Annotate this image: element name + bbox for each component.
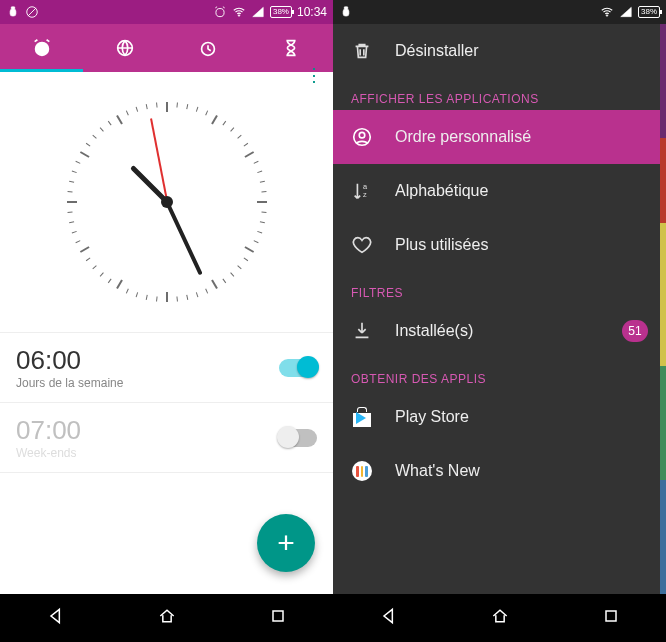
svg-rect-11 [343, 9, 349, 16]
svg-line-3 [28, 8, 36, 16]
svg-rect-9 [273, 611, 283, 621]
debug-icon [6, 5, 20, 19]
signal-icon [619, 5, 633, 19]
alarm-set-icon [213, 5, 227, 19]
battery-icon: 38% [270, 6, 292, 18]
svg-rect-17 [606, 611, 616, 621]
menu-label: Ordre personnalisé [395, 128, 531, 146]
battery-icon: 38% [638, 6, 660, 18]
menu-label: Désinstaller [395, 42, 479, 60]
alarm-toggle[interactable] [279, 359, 317, 377]
wifi-icon [232, 5, 246, 19]
status-time: 10:34 [297, 5, 327, 19]
menu-play-store[interactable]: Play Store [333, 390, 666, 444]
svg-point-12 [606, 15, 608, 17]
alarm-row[interactable]: 06:00 Jours de la semaine [0, 332, 333, 402]
status-bar: 38% [333, 0, 666, 24]
svg-rect-10 [344, 7, 348, 9]
menu-installed[interactable]: Installée(s) 51 [333, 304, 666, 358]
status-bar: 38% 10:34 [0, 0, 333, 24]
app-drawer-menu-screen: 38% Désinstaller AFFICHER LES APPLICATIO… [333, 0, 666, 642]
tab-worldclock[interactable] [83, 24, 166, 72]
download-icon [351, 320, 373, 342]
play-store-icon [351, 406, 373, 428]
overflow-menu-button[interactable]: ⋮ [305, 72, 323, 78]
person-circle-icon [351, 126, 373, 148]
nav-bar [333, 594, 666, 642]
tab-bar [0, 24, 333, 72]
section-get-apps: OBTENIR DES APPLIS [333, 358, 666, 390]
menu-label: Play Store [395, 408, 469, 426]
menu-label: What's New [395, 462, 480, 480]
whats-new-icon [351, 460, 373, 482]
nav-back[interactable] [46, 606, 66, 630]
alarm-row[interactable]: 07:00 Week-ends [0, 402, 333, 473]
menu-custom-order[interactable]: Ordre personnalisé [333, 110, 666, 164]
menu-whats-new[interactable]: What's New [333, 444, 666, 498]
wifi-icon [600, 5, 614, 19]
menu-label: Installée(s) [395, 322, 473, 340]
nav-recent[interactable] [601, 606, 621, 630]
svg-rect-1 [10, 9, 16, 16]
app-stripe-decoration [660, 24, 666, 594]
heart-icon [351, 234, 373, 256]
trash-icon [351, 40, 373, 62]
drawer-menu: Désinstaller AFFICHER LES APPLICATIONS O… [333, 24, 666, 594]
svg-point-14 [359, 132, 365, 138]
installed-count-badge: 51 [622, 320, 648, 342]
nav-back[interactable] [379, 606, 399, 630]
nav-home[interactable] [157, 606, 177, 630]
nav-bar [0, 594, 333, 642]
menu-uninstall[interactable]: Désinstaller [333, 24, 666, 78]
no-sim-icon [25, 5, 39, 19]
minute-hand [165, 201, 202, 275]
clock-app-screen: 38% 10:34 ⋮ 06:00 Jours de la semaine 0 [0, 0, 333, 642]
alarm-time: 07:00 [16, 415, 81, 446]
section-filters: FILTRES [333, 272, 666, 304]
alarm-toggle[interactable] [279, 429, 317, 447]
section-view-apps: AFFICHER LES APPLICATIONS [333, 78, 666, 110]
sort-az-icon: az [351, 180, 373, 202]
clock-center-dot [161, 196, 173, 208]
menu-alphabetical[interactable]: az Alphabétique [333, 164, 666, 218]
svg-point-6 [35, 43, 48, 56]
alarm-time: 06:00 [16, 345, 123, 376]
debug-icon [339, 5, 353, 19]
nav-home[interactable] [490, 606, 510, 630]
svg-text:z: z [363, 190, 367, 199]
nav-recent[interactable] [268, 606, 288, 630]
svg-rect-0 [11, 7, 15, 9]
alarm-sub: Jours de la semaine [16, 376, 123, 390]
add-alarm-fab[interactable]: + [257, 514, 315, 572]
signal-icon [251, 5, 265, 19]
analog-clock-area: ⋮ [0, 72, 333, 332]
menu-label: Alphabétique [395, 182, 488, 200]
tab-alarm[interactable] [0, 24, 83, 72]
alarm-sub: Week-ends [16, 446, 81, 460]
svg-point-4 [216, 9, 224, 17]
tab-stopwatch[interactable] [167, 24, 250, 72]
svg-point-5 [238, 15, 240, 17]
menu-label: Plus utilisées [395, 236, 488, 254]
menu-most-used[interactable]: Plus utilisées [333, 218, 666, 272]
